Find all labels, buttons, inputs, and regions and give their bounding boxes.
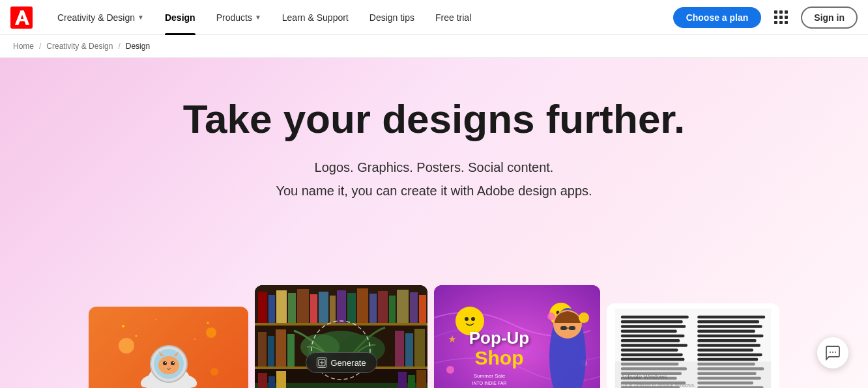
hero-card-cat bbox=[89, 307, 248, 388]
svg-text:Pop-Up: Pop-Up bbox=[469, 328, 529, 348]
svg-rect-98 bbox=[621, 320, 683, 324]
svg-point-13 bbox=[158, 356, 179, 374]
svg-rect-37 bbox=[357, 288, 368, 323]
generate-button[interactable]: Generate bbox=[305, 352, 377, 373]
svg-point-1 bbox=[122, 325, 124, 327]
svg-point-6 bbox=[119, 338, 134, 353]
hero-card-popup-shop: Pop-Up Shop Summer Sale INTO INDIE FAR bbox=[434, 285, 600, 388]
generate-label: Generate bbox=[330, 358, 366, 368]
chat-bubble-button[interactable] bbox=[817, 337, 848, 368]
svg-rect-64 bbox=[408, 375, 415, 388]
svg-text:Go to Settings to activate Win: Go to Settings to activate Windows. bbox=[621, 382, 695, 388]
svg-point-94 bbox=[579, 312, 589, 323]
nav-products[interactable]: Products ▼ bbox=[207, 0, 270, 35]
hero-image-row: Generate bbox=[0, 285, 868, 388]
svg-rect-99 bbox=[621, 325, 686, 328]
svg-point-75 bbox=[471, 317, 475, 321]
svg-rect-120 bbox=[697, 339, 756, 342]
svg-point-18 bbox=[165, 362, 166, 363]
svg-rect-55 bbox=[414, 329, 425, 367]
svg-rect-65 bbox=[416, 370, 426, 388]
svg-point-73 bbox=[461, 312, 479, 330]
breadcrumb-separator-2: / bbox=[118, 42, 120, 51]
svg-point-7 bbox=[206, 327, 216, 338]
chat-icon bbox=[825, 345, 841, 361]
breadcrumb-separator: / bbox=[39, 42, 41, 51]
svg-point-74 bbox=[465, 317, 469, 321]
apps-grid-icon[interactable] bbox=[772, 8, 790, 27]
nav-design-tips[interactable]: Design tips bbox=[360, 0, 424, 35]
nav-free-trial[interactable]: Free trial bbox=[426, 0, 480, 35]
breadcrumb: Home / Creativity & Design / Design bbox=[0, 35, 868, 58]
svg-point-23 bbox=[210, 368, 218, 376]
nav-learn-support[interactable]: Learn & Support bbox=[273, 0, 358, 35]
svg-text:Summer Sale: Summer Sale bbox=[474, 373, 506, 379]
svg-rect-34 bbox=[330, 296, 336, 323]
svg-rect-97 bbox=[621, 316, 689, 319]
svg-rect-41 bbox=[397, 290, 409, 323]
svg-rect-51 bbox=[276, 329, 286, 367]
svg-rect-117 bbox=[697, 325, 762, 328]
svg-rect-60 bbox=[258, 373, 267, 388]
svg-rect-38 bbox=[369, 294, 377, 323]
svg-point-137 bbox=[832, 352, 833, 353]
breadcrumb-home[interactable]: Home bbox=[13, 42, 34, 51]
generate-icon bbox=[316, 357, 326, 368]
svg-rect-30 bbox=[288, 293, 296, 323]
svg-point-79 bbox=[446, 366, 454, 374]
nav-right: Choose a plan Sign in bbox=[673, 7, 858, 29]
svg-rect-118 bbox=[697, 330, 755, 333]
svg-rect-26 bbox=[255, 323, 427, 326]
svg-point-17 bbox=[171, 361, 175, 365]
hero-title: Take your designs further. bbox=[183, 97, 686, 141]
breadcrumb-current: Design bbox=[126, 42, 150, 51]
svg-point-95 bbox=[547, 312, 555, 320]
svg-point-2 bbox=[207, 322, 209, 324]
svg-text:Shop: Shop bbox=[475, 347, 524, 368]
adobe-logo[interactable] bbox=[10, 7, 33, 29]
svg-rect-116 bbox=[697, 320, 759, 324]
svg-point-20 bbox=[167, 367, 170, 368]
nav-design[interactable]: Design bbox=[156, 0, 205, 35]
svg-point-3 bbox=[155, 319, 156, 320]
svg-rect-124 bbox=[697, 358, 758, 361]
svg-rect-122 bbox=[697, 348, 753, 352]
svg-rect-105 bbox=[621, 353, 683, 357]
svg-rect-102 bbox=[621, 339, 680, 342]
svg-rect-123 bbox=[697, 353, 762, 357]
chevron-down-icon: ▼ bbox=[137, 14, 144, 21]
nav-creativity-design[interactable]: Creativity & Design ▼ bbox=[48, 0, 153, 35]
svg-point-138 bbox=[835, 352, 836, 353]
hero-subtitle: Logos. Graphics. Posters. Social content… bbox=[276, 157, 592, 204]
svg-rect-53 bbox=[395, 331, 404, 367]
chevron-down-icon: ▼ bbox=[255, 14, 261, 21]
svg-rect-91 bbox=[560, 326, 567, 330]
svg-text:INTO INDIE FAR: INTO INDIE FAR bbox=[472, 381, 507, 385]
svg-text:Activate Windows: Activate Windows bbox=[621, 374, 668, 380]
svg-rect-61 bbox=[268, 376, 275, 388]
svg-rect-63 bbox=[398, 372, 407, 388]
svg-rect-29 bbox=[276, 290, 287, 323]
svg-rect-31 bbox=[297, 289, 309, 323]
svg-rect-52 bbox=[287, 334, 295, 367]
svg-rect-121 bbox=[697, 344, 760, 347]
svg-rect-36 bbox=[347, 293, 356, 323]
svg-point-136 bbox=[830, 352, 831, 353]
svg-rect-54 bbox=[405, 333, 413, 367]
svg-rect-115 bbox=[697, 316, 765, 319]
svg-rect-101 bbox=[621, 335, 685, 338]
svg-rect-42 bbox=[410, 292, 418, 323]
hero-section: Take your designs further. Logos. Graphi… bbox=[0, 58, 868, 388]
svg-point-19 bbox=[173, 362, 174, 363]
choose-plan-button[interactable]: Choose a plan bbox=[673, 7, 762, 28]
svg-point-5 bbox=[194, 339, 195, 340]
sign-in-button[interactable]: Sign in bbox=[801, 7, 858, 29]
svg-rect-28 bbox=[268, 295, 275, 323]
svg-rect-103 bbox=[621, 344, 687, 347]
breadcrumb-creativity[interactable]: Creativity & Design bbox=[46, 42, 113, 51]
nav-links: Creativity & Design ▼ Design Products ▼ … bbox=[48, 0, 673, 35]
svg-rect-92 bbox=[569, 326, 575, 330]
svg-rect-35 bbox=[337, 290, 346, 323]
hero-card-bookshelf: Generate bbox=[255, 285, 427, 388]
svg-rect-104 bbox=[621, 348, 678, 352]
